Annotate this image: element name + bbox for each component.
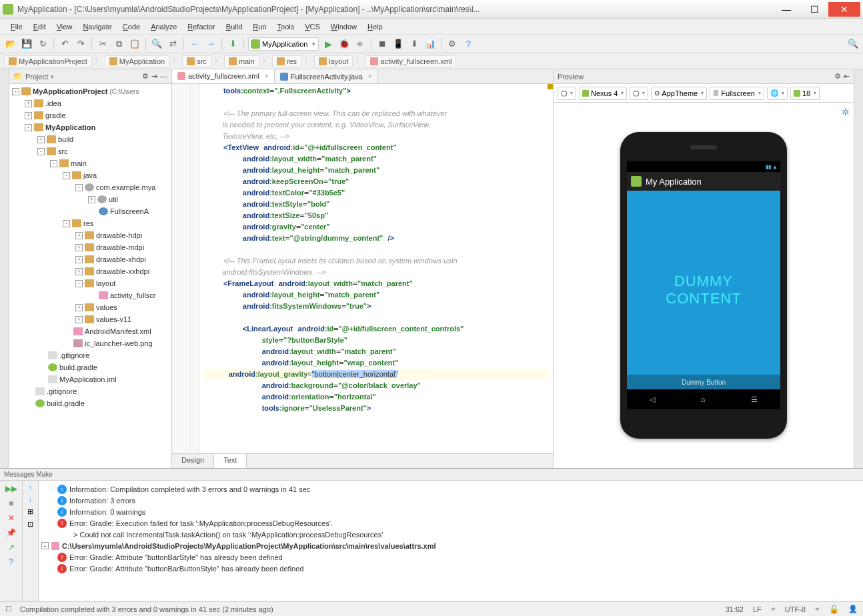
settings-icon[interactable]: ⚙ — [446, 37, 459, 51]
encoding[interactable]: UTF-8 — [785, 605, 806, 613]
sdk-icon[interactable]: ⬇ — [407, 37, 421, 51]
message-row[interactable]: > Could not call IncrementalTask.taskAct… — [41, 529, 860, 540]
message-row[interactable]: iInformation: 0 warnings — [41, 506, 860, 517]
menu-tools[interactable]: Tools — [272, 21, 300, 33]
open-icon[interactable]: 📂 — [4, 37, 17, 51]
tree-node[interactable]: build.gradle — [9, 397, 171, 409]
config-select[interactable]: ☰Fullscreen — [710, 87, 764, 100]
attach-icon[interactable]: ⎆ — [353, 37, 367, 51]
tree-node[interactable]: +gradle — [9, 109, 171, 121]
sync-icon[interactable]: ↻ — [36, 37, 49, 51]
menu-run[interactable]: Run — [247, 21, 271, 33]
message-row[interactable]: iInformation: 3 errors — [41, 495, 860, 506]
menu-build[interactable]: Build — [221, 21, 247, 33]
tree-node[interactable]: -com.example.mya — [9, 181, 171, 193]
crumb-3[interactable]: main — [224, 55, 259, 67]
paste-icon[interactable]: 📋 — [128, 37, 141, 51]
menu-code[interactable]: Code — [117, 21, 145, 33]
tab-text[interactable]: Text — [214, 454, 247, 468]
message-row[interactable]: iInformation: Compilation completed with… — [41, 483, 860, 495]
stop-icon[interactable]: ⏹ — [375, 37, 389, 51]
tree-node[interactable]: build.gradle — [9, 361, 171, 373]
crumb-2[interactable]: src — [182, 55, 211, 67]
tree-node[interactable]: MyApplication.iml — [9, 373, 171, 385]
tree-node[interactable]: -src — [9, 145, 171, 157]
message-row[interactable]: !Error: Gradle: Attribute "buttonBarStyl… — [41, 551, 860, 563]
orientation-select[interactable]: ▢ — [558, 87, 576, 100]
lock-icon[interactable]: 🔓 — [829, 605, 839, 614]
run-icon[interactable]: ▶ — [321, 37, 335, 51]
tree-node[interactable]: -res — [9, 217, 171, 229]
monitor-icon[interactable]: 📊 — [423, 37, 437, 51]
pin-icon[interactable]: 📌 — [5, 527, 17, 538]
replace-icon[interactable]: ⇄ — [166, 37, 179, 51]
editor-tab[interactable]: FullscreenActivity.java× — [275, 69, 378, 83]
menu-window[interactable]: Window — [325, 21, 362, 33]
close-button[interactable]: ✕ — [828, 2, 860, 17]
up-icon[interactable]: ↑ — [29, 483, 33, 491]
minimize-button[interactable]: — — [772, 2, 800, 17]
stop-icon[interactable]: ■ — [5, 498, 17, 509]
find-icon[interactable]: 🔍 — [150, 37, 163, 51]
down-icon[interactable]: ↓ — [29, 495, 33, 503]
search-icon[interactable]: 🔍 — [847, 38, 859, 50]
filter-icon[interactable]: ⊞ — [27, 507, 33, 516]
preview-canvas[interactable]: ✲ ▮▮▲ My Application DUMMY CONTENT Dummy… — [554, 103, 854, 468]
tree-node[interactable]: -MyApplicationProject (C:\Users — [9, 85, 171, 97]
run-config-select[interactable]: MyApplication — [248, 37, 319, 51]
tree-node[interactable]: +.idea — [9, 97, 171, 109]
hector-icon[interactable]: 👤 — [848, 605, 858, 613]
menu-help[interactable]: Help — [362, 21, 388, 33]
theme-select[interactable]: ⊙AppTheme — [651, 87, 707, 100]
tree-node[interactable]: -java — [9, 169, 171, 181]
gear-icon[interactable]: ⚙ — [142, 72, 149, 81]
help-icon[interactable]: ? — [462, 37, 475, 51]
collapse-icon[interactable]: ⇥ — [151, 72, 157, 81]
crumb-5[interactable]: layout — [314, 55, 353, 67]
line-ending[interactable]: LF — [753, 605, 762, 613]
debug-icon[interactable]: 🐞 — [337, 37, 351, 51]
message-row[interactable]: - C:\Users\myumla\AndroidStudioProjects\… — [41, 540, 860, 551]
render-settings-icon[interactable]: ✲ — [842, 107, 850, 117]
tree-node[interactable]: +drawable-xxhdpi — [9, 265, 171, 277]
help-icon[interactable]: ? — [5, 557, 17, 567]
code-editor[interactable]: tools:context=".FullscreenActivity"> <!-… — [200, 84, 553, 453]
expand-icon[interactable]: ⊡ — [27, 520, 33, 529]
crumb-6[interactable]: activity_fullscreen.xml — [365, 55, 456, 67]
close-tab-icon[interactable]: × — [265, 73, 269, 80]
crumb-4[interactable]: res — [272, 55, 301, 67]
undo-icon[interactable]: ↶ — [58, 37, 71, 51]
message-row[interactable]: !Error: Gradle: Attribute "buttonBarButt… — [41, 563, 860, 574]
tree-node[interactable]: +drawable-mdpi — [9, 241, 171, 253]
menu-vcs[interactable]: VCS — [299, 21, 325, 33]
tree-node[interactable]: +drawable-xhdpi — [9, 253, 171, 265]
tree-node[interactable]: .gitignore — [9, 385, 171, 397]
avd-icon[interactable]: 📱 — [391, 37, 405, 51]
maximize-button[interactable]: ☐ — [800, 2, 828, 17]
menu-edit[interactable]: Edit — [28, 21, 51, 33]
message-row[interactable]: !Error: Gradle: Execution failed for tas… — [41, 517, 860, 529]
right-gutter-tabs[interactable] — [854, 69, 863, 468]
tree-node[interactable]: activity_fullscr — [9, 289, 171, 301]
tree-node[interactable]: +util — [9, 193, 171, 205]
tree-node[interactable]: +values — [9, 301, 171, 313]
menu-refactor[interactable]: Refactor — [182, 21, 221, 33]
tree-node[interactable]: -MyApplication — [9, 121, 171, 133]
crumb-1[interactable]: MyApplication — [105, 55, 169, 67]
device-select[interactable]: Nexus 4 — [579, 87, 627, 100]
tree-node[interactable]: +drawable-hdpi — [9, 229, 171, 241]
tree-node[interactable]: -main — [9, 157, 171, 169]
hide-icon[interactable]: ⇤ — [844, 72, 850, 81]
menu-navigate[interactable]: Navigate — [77, 21, 117, 33]
rerun-icon[interactable]: ▶▶ — [5, 483, 17, 494]
tree-node[interactable]: +values-v11 — [9, 313, 171, 325]
export-icon[interactable]: ↗ — [5, 542, 17, 553]
menu-analyze[interactable]: Analyze — [145, 21, 182, 33]
tree-node[interactable]: ic_launcher-web.png — [9, 337, 171, 349]
api-select[interactable]: 18 — [790, 87, 820, 100]
tree-node[interactable]: AndroidManifest.xml — [9, 325, 171, 337]
forward-icon[interactable]: → — [204, 37, 217, 51]
save-icon[interactable]: 💾 — [20, 37, 33, 51]
close-icon[interactable]: ✕ — [5, 513, 17, 523]
tree-node[interactable]: FullscreenA — [9, 205, 171, 217]
